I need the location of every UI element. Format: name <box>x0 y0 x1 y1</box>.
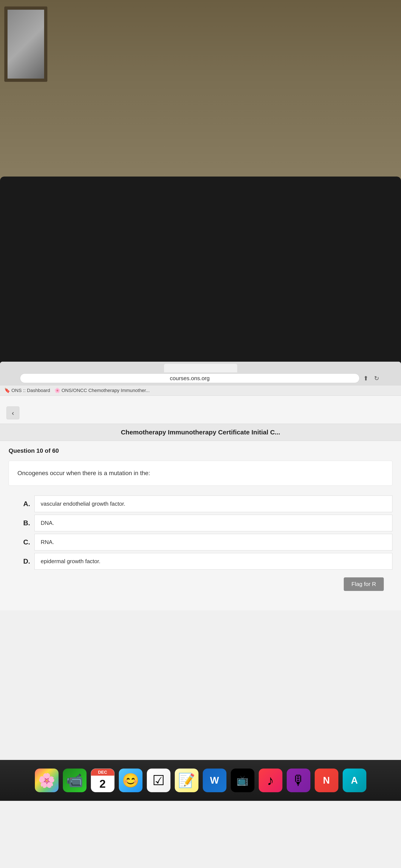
bookmark-favicon-1: 🔖 <box>4 388 10 393</box>
dock-podcasts-icon[interactable]: 🎙 <box>287 769 310 792</box>
question-text: Oncogenes occur when there is a mutation… <box>18 470 150 476</box>
bookmark-2-label: ONS/ONCC Chemotherapy Immunother... <box>62 388 150 393</box>
answer-option-c[interactable]: C. RNA. <box>9 533 392 552</box>
dock: 🌸 📹 DEC 2 😊 ☑ 📝 W 📺 ♪ 🎙 N A <box>0 760 401 801</box>
browser-chrome: courses.ons.org ⬆ ↻ <box>0 362 401 385</box>
flag-row: Flag for R <box>9 571 392 597</box>
dock-appletv-icon[interactable]: 📺 <box>231 769 254 792</box>
calendar-month: DEC <box>91 769 114 776</box>
dock-word-icon[interactable]: W <box>203 769 226 792</box>
room-background <box>0 0 401 194</box>
calendar-date: 2 <box>99 776 106 792</box>
browser-tab[interactable] <box>164 364 237 372</box>
answer-option-d[interactable]: D. epidermal growth factor. <box>9 552 392 571</box>
page-content: ‹ Chemotherapy Immunotherapy Certificate… <box>0 396 401 610</box>
answer-letter-a: A. <box>9 500 34 508</box>
question-container: Question 10 of 60 Oncogenes occur when t… <box>0 441 401 604</box>
answer-letter-c: C. <box>9 538 34 546</box>
answer-options: A. vascular endothelial growth factor. B… <box>9 494 392 571</box>
question-number: Question 10 of 60 <box>9 447 392 454</box>
answer-option-b[interactable]: B. DNA. <box>9 514 392 533</box>
back-btn-row: ‹ <box>0 402 401 424</box>
dock-reminders-icon[interactable]: ☑ <box>147 769 171 792</box>
flag-button-label: Flag for R <box>351 581 376 587</box>
answer-text-d[interactable]: epidermal growth factor. <box>34 553 392 569</box>
answer-option-a[interactable]: A. vascular endothelial growth factor. <box>9 494 392 514</box>
bookmark-dashboard[interactable]: 🔖 ONS :: Dashboard <box>4 388 50 393</box>
answer-text-a[interactable]: vascular endothelial growth factor. <box>34 496 392 512</box>
bookmark-bar: 🔖 ONS :: Dashboard 🌸 ONS/ONCC Chemothera… <box>0 385 401 396</box>
dock-finder-icon[interactable]: 😊 <box>119 769 143 792</box>
dock-appstore-icon[interactable]: A <box>343 769 366 792</box>
dock-photos-icon[interactable]: 🌸 <box>35 769 59 792</box>
answer-text-b[interactable]: DNA. <box>34 515 392 531</box>
answer-letter-d: D. <box>9 557 34 565</box>
bookmark-favicon-2: 🌸 <box>55 388 60 393</box>
mirror-frame <box>4 6 48 82</box>
dock-facetime-icon[interactable]: 📹 <box>63 769 87 792</box>
address-bar[interactable]: courses.ons.org <box>20 373 360 383</box>
dock-notes-icon[interactable]: 📝 <box>175 769 198 792</box>
bookmark-1-label: ONS :: Dashboard <box>11 388 50 393</box>
dock-news-icon[interactable]: N <box>315 769 338 792</box>
bookmark-course[interactable]: 🌸 ONS/ONCC Chemotherapy Immunother... <box>55 388 150 393</box>
answer-letter-b: B. <box>9 519 34 527</box>
chevron-left-icon: ‹ <box>12 409 14 417</box>
course-title-bar: Chemotherapy Immunotherapy Certificate I… <box>0 424 401 441</box>
question-box: Oncogenes occur when there is a mutation… <box>9 461 392 486</box>
refresh-button[interactable]: ↻ <box>372 374 381 382</box>
share-button[interactable]: ⬆ <box>362 374 370 382</box>
monitor-bezel: courses.ons.org ⬆ ↻ 🔖 ONS :: Dashboard 🌸… <box>0 177 401 801</box>
dock-calendar-icon[interactable]: DEC 2 <box>91 769 115 792</box>
address-text: courses.ons.org <box>170 375 210 382</box>
address-bar-row: courses.ons.org ⬆ ↻ <box>20 373 381 383</box>
course-title: Chemotherapy Immunotherapy Certificate I… <box>121 429 280 436</box>
answer-text-c[interactable]: RNA. <box>34 534 392 551</box>
back-button[interactable]: ‹ <box>6 406 19 420</box>
flag-button[interactable]: Flag for R <box>344 577 384 591</box>
dock-music-icon[interactable]: ♪ <box>259 769 282 792</box>
